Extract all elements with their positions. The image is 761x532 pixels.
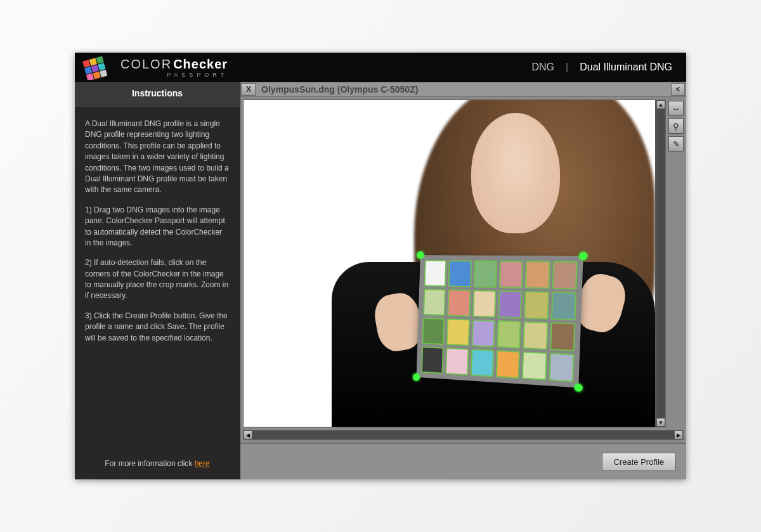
colorchecker-swatch xyxy=(549,353,575,382)
instructions-step-2: 2) If auto-detection fails, click on the… xyxy=(85,257,230,302)
svg-rect-8 xyxy=(100,70,107,77)
auto-detect-tool-button[interactable]: ✎ xyxy=(668,136,684,152)
colorchecker-swatch xyxy=(445,347,469,375)
svg-rect-1 xyxy=(89,58,97,65)
logo: COLOR Checker PASSPORT xyxy=(75,55,228,80)
tab-separator: | xyxy=(566,62,568,73)
scroll-up-button[interactable]: ▲ xyxy=(656,100,665,109)
zoom-tool-button[interactable]: ⚲ xyxy=(668,119,684,134)
colorchecker-swatch xyxy=(421,346,444,374)
colorchecker-target[interactable] xyxy=(417,255,583,387)
svg-rect-4 xyxy=(91,65,99,72)
logo-text-checker: Checker xyxy=(173,57,228,72)
svg-rect-5 xyxy=(98,63,105,70)
more-info-text: For more information click xyxy=(105,459,194,468)
image-filename: OlympusSun.dng (Olympus C-5050Z) xyxy=(256,84,670,94)
instructions-panel: Instructions A Dual Illuminant DNG profi… xyxy=(75,82,240,479)
magnifier-icon: ⚲ xyxy=(673,122,679,131)
move-icon: ↔ xyxy=(672,104,680,114)
colorchecker-swatch xyxy=(550,322,576,351)
mode-tabs: DNG | Dual Illuminant DNG xyxy=(531,62,686,73)
colorchecker-swatch xyxy=(523,321,549,350)
scroll-left-button[interactable]: ◀ xyxy=(244,431,252,439)
colorchecker-swatch xyxy=(423,289,446,316)
colorchecker-swatch xyxy=(524,291,549,320)
colorchecker-swatch xyxy=(471,320,495,347)
colorchecker-swatch xyxy=(424,260,447,287)
instructions-footer: For more information click here xyxy=(75,451,240,479)
create-profile-button[interactable]: Create Profile xyxy=(602,453,676,471)
colorchecker-swatch xyxy=(497,320,521,349)
horizontal-scrollbar[interactable]: ◀ ▶ xyxy=(243,430,684,440)
colorchecker-swatch xyxy=(448,260,472,287)
instructions-intro: A Dual Illuminant DNG profile is a singl… xyxy=(85,119,230,196)
colorchecker-swatch xyxy=(422,318,445,345)
logo-text-color: COLOR xyxy=(120,57,172,72)
scroll-right-button[interactable]: ▶ xyxy=(674,431,683,439)
image-viewport[interactable] xyxy=(243,100,656,427)
app-header: COLOR Checker PASSPORT DNG | Dual Illumi… xyxy=(75,53,686,82)
more-info-link[interactable]: here xyxy=(195,459,210,468)
tab-dng[interactable]: DNG xyxy=(531,62,554,73)
move-tool-button[interactable]: ↔ xyxy=(668,101,684,116)
instructions-title: Instructions xyxy=(75,82,240,107)
svg-rect-0 xyxy=(82,60,90,67)
svg-rect-3 xyxy=(84,67,92,74)
action-bar: Create Profile xyxy=(240,443,686,479)
colorchecker-swatch xyxy=(550,292,576,320)
colorchecker-swatch xyxy=(552,261,578,290)
image-area: ▲ ▼ ↔ ⚲ ✎ xyxy=(240,97,686,430)
colorchecker-swatch xyxy=(447,289,471,316)
colorchecker-swatch xyxy=(498,290,523,318)
logo-subtitle: PASSPORT xyxy=(120,72,228,78)
colorchecker-swatch xyxy=(446,318,470,346)
wand-icon: ✎ xyxy=(673,139,680,149)
tool-panel: ↔ ⚲ ✎ xyxy=(666,100,684,427)
colorchecker-swatch xyxy=(499,261,524,289)
instructions-step-3: 3) Click the Create Profile button. Give… xyxy=(85,311,230,344)
collapse-image-button[interactable]: < xyxy=(671,83,685,96)
svg-rect-6 xyxy=(86,73,94,80)
app-window: COLOR Checker PASSPORT DNG | Dual Illumi… xyxy=(75,53,686,479)
instructions-content: A Dual Illuminant DNG profile is a singl… xyxy=(75,107,240,451)
colorchecker-swatch xyxy=(522,351,547,380)
image-titlebar: X OlympusSun.dng (Olympus C-5050Z) < xyxy=(240,82,686,97)
crop-mark-tl[interactable] xyxy=(417,251,424,259)
tab-dual-illuminant-dng[interactable]: Dual Illuminant DNG xyxy=(580,62,672,73)
svg-rect-7 xyxy=(93,72,100,79)
colorchecker-swatch xyxy=(525,261,550,289)
colorchecker-swatch xyxy=(496,350,521,379)
colorchecker-swatch xyxy=(471,349,495,377)
scroll-down-button[interactable]: ▼ xyxy=(656,418,665,427)
colorchecker-swatch xyxy=(473,261,497,288)
close-image-button[interactable]: X xyxy=(242,83,256,96)
svg-rect-2 xyxy=(96,56,103,64)
instructions-step-1: 1) Drag two DNG images into the image pa… xyxy=(85,205,230,249)
colorchecker-logo-icon xyxy=(81,55,118,80)
colorchecker-swatch xyxy=(472,290,497,318)
main-panel: X OlympusSun.dng (Olympus C-5050Z) < xyxy=(240,82,686,479)
vertical-scrollbar[interactable]: ▲ ▼ xyxy=(656,100,666,427)
app-body: Instructions A Dual Illuminant DNG profi… xyxy=(75,82,686,479)
photo-content xyxy=(244,100,655,427)
